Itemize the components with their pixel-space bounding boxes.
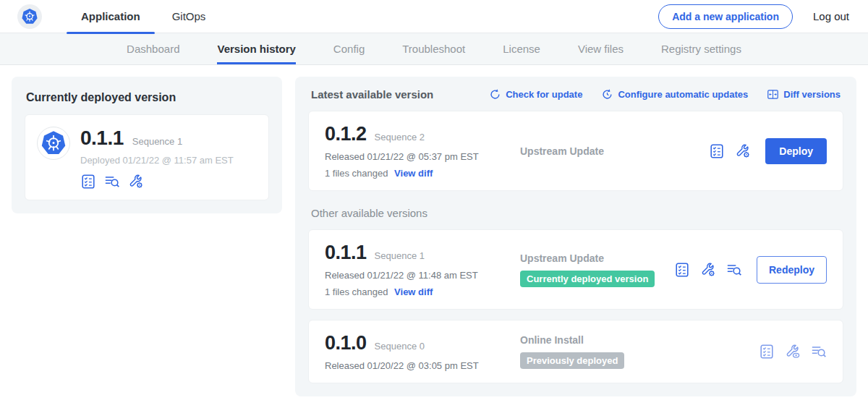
deploy-logs-icon[interactable]: [811, 344, 827, 360]
deployed-timestamp: Deployed 01/21/22 @ 11:57 am EST: [80, 155, 234, 166]
tab-application[interactable]: Application: [65, 0, 156, 33]
check-for-update-link[interactable]: Check for update: [489, 88, 582, 101]
source-label: Online Install: [520, 334, 759, 346]
version-source: Upstream Update: [507, 145, 709, 157]
subnav-view-files[interactable]: View files: [578, 33, 624, 64]
sequence-label: Sequence 1: [375, 250, 425, 261]
files-changed-label: 1 files changed: [325, 168, 388, 179]
tab-gitops[interactable]: GitOps: [156, 0, 222, 33]
view-diff-link[interactable]: View diff: [394, 286, 433, 297]
sequence-label: Sequence 2: [375, 132, 425, 143]
diff-versions-link[interactable]: Diff versions: [767, 88, 841, 101]
diff-icon: [767, 88, 779, 101]
redeploy-button[interactable]: Redeploy: [757, 256, 827, 284]
version-source: Online Install Previously deployed: [507, 334, 759, 369]
available-versions-panel: Latest available version Check for updat…: [295, 77, 856, 396]
deployed-version-details: 0.1.1 Sequence 1 Deployed 01/21/22 @ 11:…: [80, 127, 234, 190]
configure-automatic-updates-label: Configure automatic updates: [618, 89, 748, 100]
subnav-troubleshoot[interactable]: Troubleshoot: [402, 33, 465, 64]
preflight-checklist-icon[interactable]: [674, 262, 690, 278]
files-changed-label: 1 files changed: [325, 286, 388, 297]
version-history-page: Currently deployed version 0.1.1 Sequenc…: [0, 65, 868, 408]
version-card-0-1-1: 0.1.1 Sequence 1 Released 01/21/22 @ 11:…: [308, 229, 843, 310]
clock-refresh-icon: [601, 88, 613, 101]
sequence-label: Sequence 0: [375, 341, 425, 352]
view-diff-link[interactable]: View diff: [394, 168, 433, 179]
currently-deployed-title: Currently deployed version: [25, 88, 269, 104]
version-actions: Check for update Configure automatic upd…: [489, 88, 841, 101]
diff-versions-label: Diff versions: [783, 89, 841, 100]
other-versions-title: Other available versions: [311, 207, 841, 219]
version-number: 0.1.0: [325, 332, 367, 354]
deploy-button[interactable]: Deploy: [765, 138, 827, 164]
deploy-logs-icon[interactable]: [726, 262, 742, 278]
version-details: 0.1.1 Sequence 1 Released 01/21/22 @ 11:…: [325, 242, 507, 297]
app-tabs: Application GitOps: [65, 0, 221, 33]
check-for-update-label: Check for update: [506, 89, 582, 100]
subnav-license[interactable]: License: [503, 33, 540, 64]
top-bar: Application GitOps Add a new application…: [0, 0, 868, 33]
deployed-version-card: 0.1.1 Sequence 1 Deployed 01/21/22 @ 11:…: [25, 114, 269, 200]
previously-deployed-badge: Previously deployed: [520, 352, 624, 369]
deploy-logs-icon[interactable]: [104, 174, 120, 190]
view-config-icon[interactable]: [785, 344, 801, 360]
preflight-checklist-icon[interactable]: [759, 344, 775, 360]
edit-config-icon[interactable]: [735, 143, 751, 159]
currently-deployed-badge: Currently deployed version: [520, 271, 655, 287]
released-timestamp: Released 01/21/22 @ 05:37 pm EST: [325, 151, 507, 162]
configure-automatic-updates-link[interactable]: Configure automatic updates: [601, 88, 748, 101]
subnav-version-history[interactable]: Version history: [217, 33, 295, 64]
latest-available-title: Latest available version: [311, 88, 433, 101]
version-number: 0.1.2: [325, 123, 367, 145]
add-application-button[interactable]: Add a new application: [658, 4, 793, 29]
source-label: Upstream Update: [520, 252, 674, 264]
version-details: 0.1.2 Sequence 2 Released 01/21/22 @ 05:…: [325, 123, 507, 179]
subnav-dashboard[interactable]: Dashboard: [127, 33, 179, 64]
preflight-checklist-icon[interactable]: [80, 174, 96, 190]
tab-gitops-label: GitOps: [172, 10, 206, 22]
kubernetes-logo: [17, 4, 42, 29]
deployed-version-number: 0.1.1: [80, 127, 124, 150]
tab-application-label: Application: [81, 10, 140, 22]
subnav-registry-settings[interactable]: Registry settings: [661, 33, 741, 64]
released-timestamp: Released 01/20/22 @ 03:05 pm EST: [325, 360, 507, 371]
refresh-icon: [489, 88, 501, 101]
deployed-sequence-label: Sequence 1: [132, 136, 182, 147]
edit-config-icon[interactable]: [128, 174, 144, 190]
version-details: 0.1.0 Sequence 0 Released 01/20/22 @ 03:…: [325, 332, 507, 371]
version-number: 0.1.1: [325, 242, 367, 264]
version-card-0-1-2: 0.1.2 Sequence 2 Released 01/21/22 @ 05:…: [308, 111, 843, 191]
edit-config-icon[interactable]: [700, 262, 716, 278]
released-timestamp: Released 01/21/22 @ 11:48 am EST: [325, 270, 507, 281]
app-subnav: Dashboard Version history Config Trouble…: [0, 33, 868, 65]
source-label: Upstream Update: [520, 145, 709, 157]
currently-deployed-panel: Currently deployed version 0.1.1 Sequenc…: [12, 77, 282, 213]
app-icon: [37, 127, 70, 160]
logout-button[interactable]: Log out: [813, 10, 849, 22]
subnav-config[interactable]: Config: [333, 33, 365, 64]
preflight-checklist-icon[interactable]: [709, 143, 725, 159]
version-card-0-1-0: 0.1.0 Sequence 0 Released 01/20/22 @ 03:…: [308, 320, 843, 383]
version-source: Upstream Update Currently deployed versi…: [507, 252, 674, 287]
